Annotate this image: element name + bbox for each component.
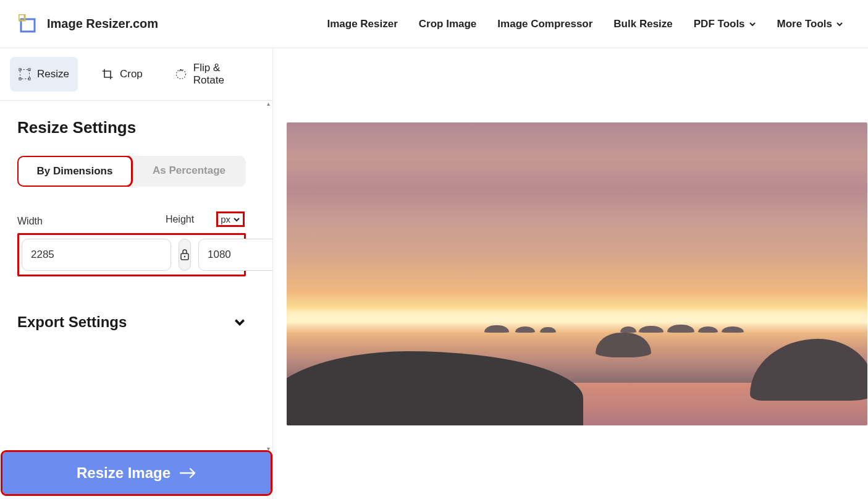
main-nav: Image Resizer Crop Image Image Compresso… — [327, 18, 843, 30]
mode-as-percentage[interactable]: As Percentage — [132, 156, 246, 187]
svg-rect-2 — [20, 70, 30, 79]
logo-icon — [19, 14, 38, 34]
resize-settings-title: Resize Settings — [17, 118, 255, 137]
settings-sidebar: Resize Crop Flip & Rotate ▴ ▾ Resize Set… — [0, 48, 273, 499]
resize-icon — [19, 68, 31, 80]
scroll-up-icon[interactable]: ▴ — [265, 101, 271, 107]
height-input[interactable] — [198, 239, 272, 271]
main-area: Resize Crop Flip & Rotate ▴ ▾ Resize Set… — [0, 48, 868, 499]
svg-rect-1 — [19, 14, 25, 20]
top-header: Image Resizer.com Image Resizer Crop Ima… — [0, 0, 868, 48]
tab-resize-label: Resize — [37, 68, 69, 80]
svg-point-9 — [184, 256, 185, 257]
dimensions-section: Width Height px — [17, 211, 255, 276]
tab-crop-label: Crop — [120, 68, 143, 80]
nav-image-resizer[interactable]: Image Resizer — [327, 18, 397, 30]
resize-mode-toggle: By Dimensions As Percentage — [17, 156, 246, 187]
rotate-icon — [175, 68, 187, 80]
nav-more-tools-label: More Tools — [777, 18, 832, 30]
site-name: Image Resizer.com — [47, 17, 158, 31]
nav-crop-image[interactable]: Crop Image — [419, 18, 477, 30]
chevron-down-icon — [234, 316, 246, 328]
logo[interactable]: Image Resizer.com — [19, 14, 158, 34]
tab-flip-rotate[interactable]: Flip & Rotate — [166, 57, 263, 92]
crop-icon — [101, 68, 114, 80]
tab-resize[interactable]: Resize — [10, 57, 78, 92]
chevron-down-icon — [836, 20, 843, 28]
image-preview[interactable] — [287, 122, 867, 425]
resize-image-label: Resize Image — [77, 464, 171, 482]
nav-more-tools[interactable]: More Tools — [777, 18, 843, 30]
nav-image-compressor[interactable]: Image Compressor — [497, 18, 592, 30]
unit-select-value: px — [221, 214, 230, 224]
nav-pdf-tools[interactable]: PDF Tools — [694, 18, 756, 30]
mode-by-dimensions[interactable]: By Dimensions — [17, 156, 132, 187]
chevron-down-icon — [749, 20, 756, 28]
tab-flip-label: Flip & Rotate — [193, 62, 254, 87]
svg-point-7 — [176, 70, 185, 79]
tab-crop[interactable]: Crop — [93, 57, 151, 92]
width-label: Width — [17, 216, 43, 227]
arrow-right-icon — [179, 467, 196, 479]
action-footer: Resize Image — [0, 452, 272, 499]
image-canvas — [273, 48, 868, 499]
height-label: Height — [166, 214, 194, 225]
dimension-inputs — [17, 233, 246, 276]
scrollbar[interactable]: ▴ ▾ — [264, 101, 272, 452]
chevron-down-icon — [233, 216, 240, 223]
unit-select[interactable]: px — [216, 211, 245, 227]
lock-icon — [179, 249, 190, 261]
tool-tabs: Resize Crop Flip & Rotate — [0, 48, 272, 101]
export-settings-toggle[interactable]: Export Settings — [17, 313, 246, 331]
resize-image-button[interactable]: Resize Image — [2, 452, 271, 494]
export-settings-title: Export Settings — [17, 313, 127, 331]
nav-bulk-resize[interactable]: Bulk Resize — [613, 18, 672, 30]
scroll-down-icon[interactable]: ▾ — [265, 446, 271, 452]
aspect-lock-button[interactable] — [179, 239, 191, 271]
nav-pdf-tools-label: PDF Tools — [694, 18, 745, 30]
width-input[interactable] — [22, 239, 171, 271]
settings-panel: ▴ ▾ Resize Settings By Dimensions As Per… — [0, 101, 272, 452]
